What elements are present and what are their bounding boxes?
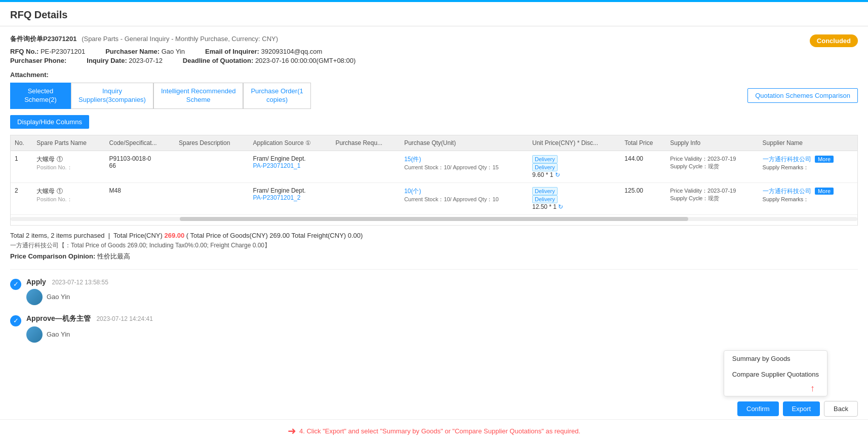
col-unit-price: Unit Price(CNY) * Disc... — [528, 135, 620, 151]
col-code: Code/Specificat... — [105, 135, 175, 151]
bottom-action-buttons: Confirm Export Back — [737, 401, 858, 417]
export-summary-goods[interactable]: Summary by Goods — [724, 351, 827, 366]
col-total-price: Total Price — [620, 135, 666, 151]
cell-code-0: P91103-0018-0 66 — [105, 151, 175, 182]
approve-title: Approve—机务主管 2023-07-12 14:24:41 — [26, 314, 858, 323]
approve-content: Approve—机务主管 2023-07-12 14:24:41 Gao Yin — [26, 314, 858, 343]
col-no: No. — [11, 135, 32, 151]
cell-spare-parts-0: 大螺母 ① Position No.： — [32, 151, 105, 182]
rfq-title-line: 备件询价单P23071201 (Spare Parts - General In… — [10, 34, 356, 44]
email-inquirer: Email of Inquirer: 392093104@qq.com — [205, 48, 322, 55]
table-row: 2 大螺母 ① Position No.： M48 Fram/ Engine D… — [11, 182, 857, 214]
table-scrollbar[interactable] — [11, 217, 857, 221]
info-line-1: RFQ No.: PE-P23071201 Purchaser Name: Ga… — [10, 48, 356, 55]
col-purchase-req: Purchase Requ... — [331, 135, 400, 151]
cell-app-source-1: Fram/ Engine Dept. PA-P23071201_2 — [249, 182, 332, 214]
main-table: No. Spare Parts Name Code/Specificat... … — [11, 135, 857, 215]
deadline: Deadline of Quotation: 2023-07-16 00:00:… — [183, 57, 356, 64]
price-opinion: Price Comparison Opinion: 性价比最高 — [10, 252, 858, 261]
cell-spare-parts-1: 大螺母 ① Position No.： — [32, 182, 105, 214]
col-spare-parts-name: Spare Parts Name — [32, 135, 105, 151]
col-supply-info: Supply Info — [666, 135, 758, 151]
quotation-schemes-comparison-button[interactable]: Quotation Schemes Comparison — [747, 88, 858, 103]
workflow-section: ✓ Apply 2023-07-12 13:58:55 Gao Yin ✓ Ap… — [10, 278, 858, 343]
approve-user-row: Gao Yin — [26, 326, 858, 343]
approve-date: 2023-07-12 14:24:41 — [96, 315, 152, 322]
export-compare-supplier[interactable]: Compare Supplier Quotations — [724, 366, 827, 382]
cell-total-price-1: 125.00 — [620, 182, 666, 214]
cell-qty-1: 10(个) Current Stock：10/ Approved Qty：10 — [400, 182, 528, 214]
cell-spares-desc-0 — [175, 151, 249, 182]
rfq-desc: (Spare Parts - General Inquiry - Monthly… — [82, 35, 278, 43]
hint-arrow-icon: ➜ — [288, 425, 296, 437]
inquiry-date-label: Inquiry Date: — [87, 57, 127, 64]
summary-totals: Total 2 items, 2 items purchased | Total… — [10, 232, 858, 239]
approve-step-label: Approve—机务主管 — [26, 314, 91, 322]
deadline-value: 2023-07-16 00:00:00(GMT+08:00) — [255, 57, 356, 64]
apply-step-label: Apply — [26, 278, 46, 286]
deadline-label: Deadline of Quotation: — [183, 57, 253, 64]
header-row: 备件询价单P23071201 (Spare Parts - General In… — [10, 34, 858, 66]
confirm-button[interactable]: Confirm — [737, 401, 779, 416]
total-freight-label: Total Freight(CNY) 0.00) — [292, 232, 363, 239]
inquiry-date: Inquiry Date: 2023-07-12 — [87, 57, 163, 64]
dropdown-arrow-icon: ↑ — [810, 383, 815, 394]
approve-check-icon: ✓ — [10, 315, 21, 326]
col-supplier-name: Supplier Name — [759, 135, 857, 151]
tabs-row: Selected Scheme(2) Inquiry Suppliers(3co… — [10, 83, 858, 109]
cell-unit-price-0: Delivery Delivery 9.60 * 1 ↻ — [528, 151, 620, 182]
purchaser-phone-label: Purchaser Phone: — [10, 57, 66, 64]
cell-supplier-0: 一方通行科技公司 More Supply Remarks： — [759, 151, 857, 182]
tab-inquiry-suppliers[interactable]: Inquiry Suppliers(3companies) — [71, 83, 153, 109]
email-label: Email of Inquirer: — [205, 48, 259, 55]
total-price-value: 269.00 — [164, 232, 184, 239]
concluded-badge: Concluded — [810, 34, 858, 47]
col-app-source: Application Source ① — [249, 135, 332, 151]
inquiry-date-value: 2023-07-12 — [129, 57, 163, 64]
cell-no-0: 1 — [11, 151, 32, 182]
export-button[interactable]: Export — [783, 401, 820, 416]
apply-content: Apply 2023-07-12 13:58:55 Gao Yin — [26, 278, 858, 305]
table-wrapper: No. Spare Parts Name Code/Specificat... … — [10, 135, 858, 226]
apply-date: 2023-07-12 13:58:55 — [52, 279, 108, 286]
total-items-text: Total 2 items, 2 items purchased — [10, 232, 104, 239]
apply-check-icon: ✓ — [10, 279, 21, 290]
approve-avatar — [26, 326, 43, 343]
purchaser-phone: Purchaser Phone: — [10, 57, 66, 64]
bottom-hint-bar: ➜ 4. Click "Export" and select "Summary … — [0, 419, 868, 438]
tab-intelligent-scheme[interactable]: Intelligent Recommended Scheme — [153, 83, 243, 109]
total-price-label: Total Price(CNY) — [113, 232, 163, 239]
rfq-header-info: 备件询价单P23071201 (Spare Parts - General In… — [10, 34, 356, 66]
purchaser-name-label: Purchaser Name: — [105, 48, 160, 55]
cell-supplier-1: 一方通行科技公司 More Supply Remarks： — [759, 182, 857, 214]
back-button[interactable]: Back — [824, 401, 858, 417]
purchaser-name: Purchaser Name: Gao Yin — [105, 48, 185, 55]
dropdown-arrow-row: ↑ — [724, 382, 827, 396]
col-spares-desc: Spares Description — [175, 135, 249, 151]
scrollbar-thumb — [180, 217, 688, 221]
cell-supply-info-1: Price Validity：2023-07-19 Supply Cycle：现… — [666, 182, 758, 214]
cell-code-1: M48 — [105, 182, 175, 214]
apply-avatar — [26, 289, 43, 305]
rfq-cn-number: 备件询价单P23071201 — [10, 35, 77, 43]
price-opinion-label: Price Comparison Opinion: — [10, 252, 95, 260]
page-title: RFQ Details — [0, 2, 868, 26]
tab-spacer — [311, 83, 747, 109]
total-goods-label: ( Total Price of Goods(CNY) 269.00 — [186, 232, 290, 239]
cell-total-price-0: 144.00 — [620, 151, 666, 182]
tab-purchase-order[interactable]: Purchase Order(1 copies) — [243, 83, 310, 109]
apply-user-name: Gao Yin — [47, 293, 70, 301]
rfq-no-value: PE-P23071201 — [41, 48, 85, 55]
rfq-no: RFQ No.: PE-P23071201 — [10, 48, 85, 55]
cell-purchase-req-1 — [331, 182, 400, 214]
apply-title: Apply 2023-07-12 13:58:55 — [26, 278, 858, 286]
price-opinion-value: 性价比最高 — [97, 252, 130, 260]
cell-purchase-req-0 — [331, 151, 400, 182]
cell-app-source-0: Fram/ Engine Dept. PA-P23071201_1 — [249, 151, 332, 182]
cell-supply-info-0: Price Validity：2023-07-19 Supply Cycle：现… — [666, 151, 758, 182]
email-value: 392093104@qq.com — [261, 48, 323, 55]
hint-message: 4. Click "Export" and select "Summary by… — [299, 427, 580, 435]
display-hide-columns-button[interactable]: Display/Hide Columns — [10, 115, 89, 129]
tab-selected-scheme[interactable]: Selected Scheme(2) — [10, 83, 71, 109]
company-info: 一方通行科技公司【：Total Price of Goods 269.00; I… — [10, 241, 858, 250]
